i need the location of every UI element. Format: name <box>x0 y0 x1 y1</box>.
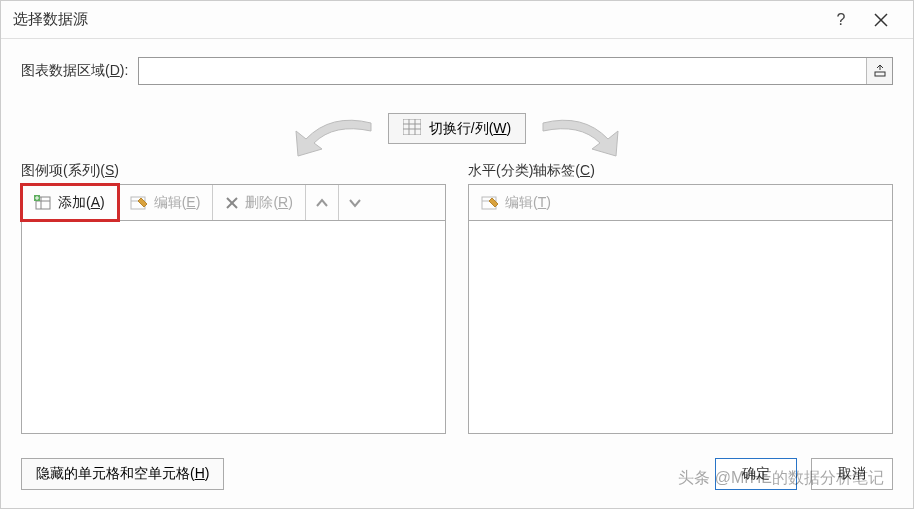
move-down-button[interactable] <box>339 185 371 220</box>
chart-data-range-label: 图表数据区域(D): <box>21 62 128 80</box>
lists-row: 图例项(系列)(S) 添加(A) 编辑(E) <box>21 162 893 434</box>
axis-edit-prefix: 编辑( <box>505 194 538 210</box>
close-icon <box>874 13 888 27</box>
remove-icon <box>225 196 239 210</box>
axis-edit-key: T <box>538 194 547 210</box>
swap-prefix: 切换行/列( <box>429 120 494 136</box>
axis-edit-suffix: ) <box>546 194 551 210</box>
arrow-left-icon <box>276 111 396 161</box>
axis-edit-label: 编辑(T) <box>505 194 551 212</box>
edit-series-button[interactable]: 编辑(E) <box>118 185 214 220</box>
edit-icon <box>130 195 148 211</box>
legend-entries-label: 图例项(系列)(S) <box>21 162 446 180</box>
axis-label-suffix: ) <box>590 162 595 178</box>
edit-axis-button[interactable]: 编辑(T) <box>469 185 563 220</box>
hidden-cells-button[interactable]: 隐藏的单元格和空单元格(H) <box>21 458 224 490</box>
edit-label: 编辑(E) <box>154 194 201 212</box>
hidden-prefix: 隐藏的单元格和空单元格( <box>36 465 195 481</box>
axis-label-key: C <box>580 162 590 178</box>
edit-key: E <box>186 194 195 210</box>
move-up-button[interactable] <box>306 185 339 220</box>
legend-label-suffix: ) <box>114 162 119 178</box>
select-data-source-dialog: 选择数据源 ? 图表数据区域(D): <box>0 0 914 509</box>
legend-series-list[interactable] <box>21 220 446 434</box>
arrow-right-icon <box>518 111 638 161</box>
remove-label: 删除(R) <box>245 194 292 212</box>
hidden-suffix: ) <box>205 465 210 481</box>
add-key: A <box>91 194 100 210</box>
swap-suffix: ) <box>507 120 512 136</box>
add-series-button[interactable]: 添加(A) <box>22 185 118 220</box>
remove-prefix: 删除( <box>245 194 278 210</box>
range-label-suffix: ): <box>120 62 129 78</box>
cancel-button[interactable]: 取消 <box>811 458 893 490</box>
chart-data-range-input-wrap <box>138 57 893 85</box>
axis-labels-label: 水平(分类)轴标签(C) <box>468 162 893 180</box>
axis-toolbar: 编辑(T) <box>468 184 893 220</box>
svg-rect-3 <box>403 119 421 135</box>
legend-label-key: S <box>105 162 114 178</box>
legend-toolbar: 添加(A) 编辑(E) 删除(R) <box>21 184 446 220</box>
legend-entries-block: 图例项(系列)(S) 添加(A) 编辑(E) <box>21 162 446 434</box>
edit-prefix: 编辑( <box>154 194 187 210</box>
hidden-key: H <box>195 465 205 481</box>
help-button[interactable]: ? <box>821 1 861 39</box>
add-label: 添加(A) <box>58 194 105 212</box>
dialog-title: 选择数据源 <box>13 10 821 29</box>
edit-icon <box>481 195 499 211</box>
svg-rect-2 <box>875 72 885 76</box>
axis-labels-list[interactable] <box>468 220 893 434</box>
chevron-down-icon <box>349 198 361 208</box>
chevron-up-icon <box>316 198 328 208</box>
axis-label-prefix: 水平(分类)轴标签( <box>468 162 580 178</box>
swap-key: W <box>493 120 506 136</box>
remove-suffix: ) <box>288 194 293 210</box>
titlebar: 选择数据源 ? <box>1 1 913 39</box>
range-label-key: D <box>110 62 120 78</box>
legend-label-prefix: 图例项(系列)( <box>21 162 105 178</box>
remove-series-button[interactable]: 删除(R) <box>213 185 305 220</box>
switch-label: 切换行/列(W) <box>429 120 511 138</box>
close-button[interactable] <box>861 1 901 39</box>
range-selector-button[interactable] <box>866 58 892 84</box>
dialog-footer: 隐藏的单元格和空单元格(H) 确定 取消 <box>1 444 913 508</box>
edit-suffix: ) <box>196 194 201 210</box>
collapse-dialog-icon <box>874 65 886 77</box>
add-prefix: 添加( <box>58 194 91 210</box>
ok-button[interactable]: 确定 <box>715 458 797 490</box>
switch-icon <box>403 119 421 138</box>
chart-data-range-row: 图表数据区域(D): <box>21 57 893 85</box>
range-label-prefix: 图表数据区域( <box>21 62 110 78</box>
switch-row-column-button[interactable]: 切换行/列(W) <box>388 113 526 144</box>
add-icon <box>34 195 52 211</box>
remove-key: R <box>278 194 288 210</box>
add-suffix: ) <box>100 194 105 210</box>
switch-row-column-row: 切换行/列(W) <box>21 113 893 144</box>
dialog-body: 图表数据区域(D): 切换行/列(W) <box>1 39 913 444</box>
axis-labels-block: 水平(分类)轴标签(C) 编辑(T) <box>468 162 893 434</box>
chart-data-range-input[interactable] <box>139 58 866 84</box>
